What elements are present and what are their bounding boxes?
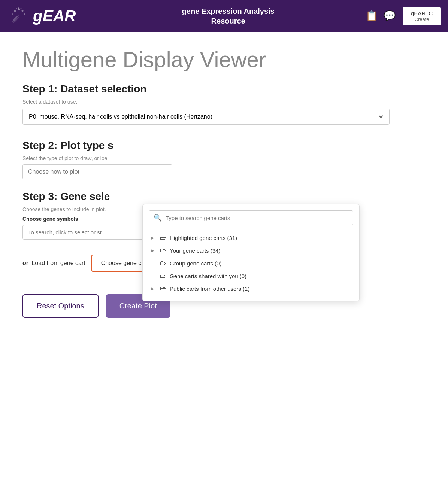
list-item[interactable]: ▶🗁Your gene carts (34) (149, 244, 353, 257)
svg-point-4 (12, 13, 13, 15)
list-item[interactable]: ▶🗁Public carts from other users (1) (149, 282, 353, 295)
search-icon: 🔍 (154, 214, 162, 222)
expand-arrow-icon: ▶ (151, 286, 156, 291)
cart-item-label: Gene carts shared with you (0) (170, 273, 246, 279)
step1-subtitle: Select a dataset to use. (22, 99, 426, 105)
folder-icon: 🗁 (160, 234, 166, 241)
cart-list: ▶🗁Highlighted gene carts (31)▶🗁Your gene… (149, 231, 353, 295)
user-sub-label: Create (409, 16, 435, 22)
cart-item-label: Your gene carts (34) (170, 247, 220, 254)
step1-title: Step 1: Dataset selection (22, 83, 426, 95)
gene-cart-dropdown: 🔍 ▶🗁Highlighted gene carts (31)▶🗁Your ge… (142, 204, 360, 301)
load-or-label: or Load from gene cart (22, 260, 85, 267)
svg-point-6 (21, 8, 22, 9)
main-content: Multigene Display Viewer Step 1: Dataset… (0, 32, 448, 333)
dataset-select[interactable]: P0, mouse, RNA-seq, hair cells vs epithe… (22, 109, 390, 125)
svg-point-2 (24, 13, 25, 15)
svg-point-3 (14, 10, 16, 12)
step2-subtitle: Select the type of plot to draw, or loa (22, 155, 426, 161)
svg-point-5 (18, 7, 19, 8)
step2-title: Step 2: Plot type s (22, 140, 426, 152)
dropdown-search-row: 🔍 (149, 210, 353, 225)
cart-item-label: Group gene carts (0) (170, 260, 221, 267)
list-item[interactable]: ▶🗁Highlighted gene carts (31) (149, 231, 353, 244)
list-item[interactable]: 🗁Gene carts shared with you (0) (149, 270, 353, 282)
step3-title: Step 3: Gene sele (22, 191, 426, 203)
folder-icon: 🗁 (160, 260, 166, 267)
plot-type-input[interactable] (22, 164, 172, 179)
logo-text: gEAR (33, 7, 76, 25)
app-header: gEAR gene Expression Analysis Resource 📋… (0, 0, 448, 32)
step2-section: Step 2: Plot type s Select the type of p… (22, 140, 426, 179)
notebook-icon[interactable]: 📋 (366, 10, 378, 22)
gene-cart-btn-label: Choose gene cart (101, 260, 148, 267)
header-user-panel[interactable]: gEAR_C Create (403, 7, 441, 25)
svg-point-1 (22, 10, 24, 12)
logo-area: gEAR (7, 5, 76, 27)
page-title: Multigene Display Viewer (22, 47, 426, 72)
cart-search-input[interactable] (166, 215, 348, 221)
folder-icon: 🗁 (160, 285, 166, 292)
chat-icon[interactable]: 💬 (384, 10, 396, 22)
list-item[interactable]: 🗁Group gene carts (0) (149, 257, 353, 270)
cart-item-label: Highlighted gene carts (31) (170, 235, 237, 241)
header-title: gene Expression Analysis Resource (91, 6, 366, 26)
cart-item-label: Public carts from other users (1) (170, 286, 249, 292)
header-icons: 📋 💬 (366, 10, 396, 22)
svg-point-7 (16, 8, 17, 9)
folder-icon: 🗁 (160, 247, 166, 254)
svg-point-0 (18, 8, 20, 10)
expand-arrow-icon: ▶ (151, 235, 156, 240)
expand-arrow-icon: ▶ (151, 248, 156, 253)
gear-logo-icon (7, 5, 30, 27)
folder-icon: 🗁 (160, 273, 166, 279)
user-label: gEAR_C (409, 10, 435, 16)
reset-options-button[interactable]: Reset Options (22, 294, 99, 318)
